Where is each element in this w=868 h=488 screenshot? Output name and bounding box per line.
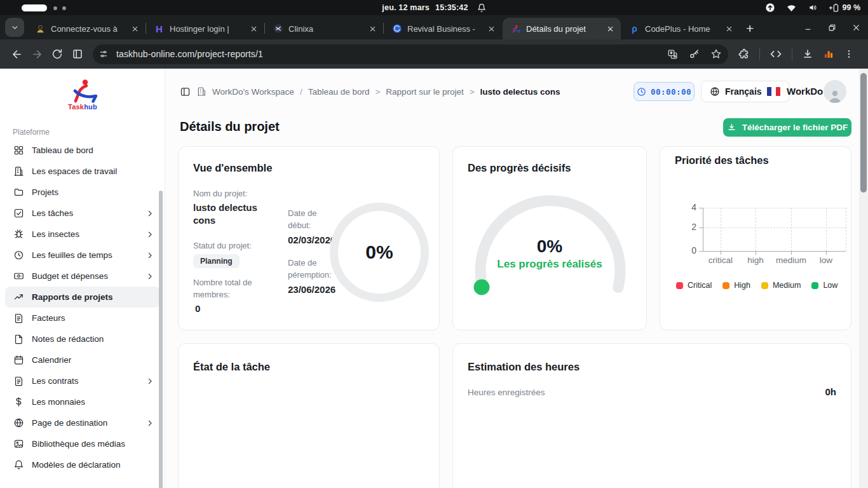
- start-date-label: Date de début:: [288, 207, 340, 231]
- legend-item-high: High: [722, 281, 750, 290]
- y-tick-label: 2: [679, 222, 696, 232]
- priority-card: Priorité des tâches 420 criticalhighmedi…: [660, 146, 851, 330]
- progress-percent: 0%: [453, 236, 646, 257]
- sidebar-item-les-espaces-de-travail[interactable]: Les espaces de travail: [5, 161, 160, 182]
- sidebar-item-label: Notes de rédaction: [32, 334, 154, 344]
- battery-charging-icon: [829, 3, 840, 13]
- workspace-building-icon: [196, 86, 207, 97]
- tab-strip: Connectez-vous àHHostinger login |Clinix…: [0, 15, 868, 39]
- taskhub-logo[interactable]: Taskhub: [0, 79, 165, 111]
- folder-icon: [13, 187, 24, 198]
- chevron-right-icon: [146, 252, 154, 259]
- tab-close-icon[interactable]: [723, 23, 735, 34]
- sidebar-item-projets[interactable]: Projets: [5, 182, 160, 203]
- sidebar-item-label: Projets: [32, 187, 154, 197]
- sidebar-item-notes-de-redaction[interactable]: Notes de rédaction: [5, 329, 160, 349]
- browser-tab-4[interactable]: Revival Business -: [384, 18, 502, 39]
- browser-tab-6[interactable]: ρCodePlus - Home: [621, 18, 740, 39]
- x-tick-label: low: [801, 255, 851, 265]
- forward-button[interactable]: [27, 44, 47, 64]
- new-tab-button[interactable]: +: [746, 22, 754, 35]
- page-title: Détails du projet: [180, 119, 280, 134]
- sidebar-item-les-insectes[interactable]: Les insectes: [5, 224, 160, 245]
- extensions-puzzle-icon[interactable]: [738, 48, 750, 60]
- browser-tab-1[interactable]: Connectez-vous à: [27, 18, 146, 39]
- back-button[interactable]: [6, 44, 27, 64]
- download-icon[interactable]: [802, 48, 813, 60]
- extension-stats-icon[interactable]: [823, 48, 834, 60]
- site-settings-icon[interactable]: [96, 46, 111, 62]
- breadcrumb-workspace[interactable]: WorkDo's Workspace: [212, 87, 294, 97]
- clock-icon: [637, 87, 646, 97]
- sidebar-item-bibliotheque-des-medias[interactable]: Bibliothèque des médias: [5, 433, 160, 454]
- tab-close-icon[interactable]: [248, 23, 259, 34]
- globe-icon: [13, 417, 24, 428]
- chevron-right-icon: [146, 419, 154, 427]
- sidebar-item-les-contrats[interactable]: Les contrats: [5, 370, 160, 391]
- address-bar[interactable]: taskhub-online.com/project-reports/1: [93, 44, 728, 64]
- sidebar-scrollbar[interactable]: [159, 191, 163, 488]
- tab-close-icon[interactable]: [604, 23, 616, 34]
- download-pdf-button[interactable]: Télécharger le fichier PDF: [723, 118, 851, 137]
- bookmark-star-icon[interactable]: [710, 48, 722, 60]
- reading-mode-icon[interactable]: [67, 44, 88, 64]
- sidebar-item-facteurs[interactable]: Facteurs: [5, 308, 160, 329]
- sidebar-item-tableau-de-bord[interactable]: Tableau de bord: [5, 140, 160, 161]
- chevron-right-icon: [146, 231, 154, 238]
- avatar[interactable]: [824, 80, 846, 103]
- breadcrumb-item-3: lusto delectus cons: [480, 87, 560, 97]
- dollar-icon: [13, 396, 24, 407]
- minimize-button[interactable]: [804, 24, 812, 32]
- browser-menu-kebab-icon[interactable]: [844, 49, 854, 59]
- tab-close-icon[interactable]: [129, 23, 140, 34]
- start-date-value: 02/03/2026: [288, 234, 336, 247]
- page-scrollbar-thumb[interactable]: [860, 73, 867, 193]
- clock-icon: [13, 250, 24, 261]
- logged-hours-label: Heures enregistrées: [468, 388, 545, 397]
- devtools-code-icon[interactable]: [770, 49, 782, 59]
- sidebar-section-label: Plateforme: [13, 128, 50, 137]
- codeplus-p-favicon-icon: ρ: [629, 24, 640, 34]
- image-icon: [13, 438, 24, 449]
- sidebar-item-calendrier[interactable]: Calendrier: [5, 349, 160, 370]
- sidebar-item-modeles-de-declaration[interactable]: Modèles de déclaration: [5, 454, 160, 475]
- breadcrumb-item-2[interactable]: Rapport sur le projet: [386, 87, 463, 97]
- sidebar-item-page-de-destination[interactable]: Page de destination: [5, 412, 160, 433]
- sidebar-item-rapports-de-projets[interactable]: Rapports de projets: [5, 287, 160, 308]
- sidebar-item-label: Bibliothèque des médias: [32, 439, 154, 449]
- user-name[interactable]: WorkDo: [787, 86, 823, 97]
- legend-label: Low: [823, 281, 837, 290]
- wifi-icon: [786, 3, 797, 12]
- sidebar-item-les-feuilles-de-temps[interactable]: Les feuilles de temps: [5, 245, 160, 266]
- password-key-icon[interactable]: [689, 49, 700, 60]
- tab-search-button[interactable]: [5, 18, 24, 37]
- language-button[interactable]: Français: [701, 81, 789, 102]
- sidebar-item-les-monnaies[interactable]: Les monnaies: [5, 391, 160, 412]
- sidebar: Taskhub Plateforme Tableau de bordLes es…: [0, 69, 165, 488]
- sidebar-item-label: Page de destination: [32, 418, 139, 428]
- browser-tab-2[interactable]: HHostinger login |: [146, 18, 264, 39]
- chevron-right-icon: [146, 377, 154, 385]
- sidebar-item-les-taches[interactable]: Les tâches: [5, 203, 160, 224]
- tab-close-icon[interactable]: [485, 23, 497, 34]
- logged-hours-value: 0h: [825, 386, 836, 397]
- reload-button[interactable]: [47, 44, 67, 64]
- panel-toggle-icon[interactable]: [180, 86, 191, 97]
- trending-up-icon: [13, 292, 24, 302]
- breadcrumb-item-1[interactable]: Tableau de bord: [308, 87, 370, 97]
- tab-close-icon[interactable]: [367, 23, 378, 34]
- members-label: Nombre total de membres:: [193, 276, 266, 301]
- browser-tab-5[interactable]: Détails du projet: [503, 18, 621, 39]
- y-tick-label: 4: [679, 202, 696, 212]
- task-state-card-title: État de la tâche: [193, 361, 270, 373]
- restore-button[interactable]: [828, 24, 836, 32]
- sidebar-item-budget-et-depenses[interactable]: Budget et dépenses: [5, 266, 160, 287]
- browser-tab-3[interactable]: Clinixa: [265, 18, 383, 39]
- battery-percent: 99 %: [843, 3, 861, 12]
- window-controls: [804, 15, 860, 39]
- sidebar-item-label: Les monnaies: [32, 397, 154, 407]
- translate-icon[interactable]: [667, 49, 678, 60]
- timer-widget[interactable]: 00:00:00: [634, 82, 695, 101]
- language-label: Français: [725, 86, 762, 97]
- close-window-button[interactable]: [852, 24, 860, 32]
